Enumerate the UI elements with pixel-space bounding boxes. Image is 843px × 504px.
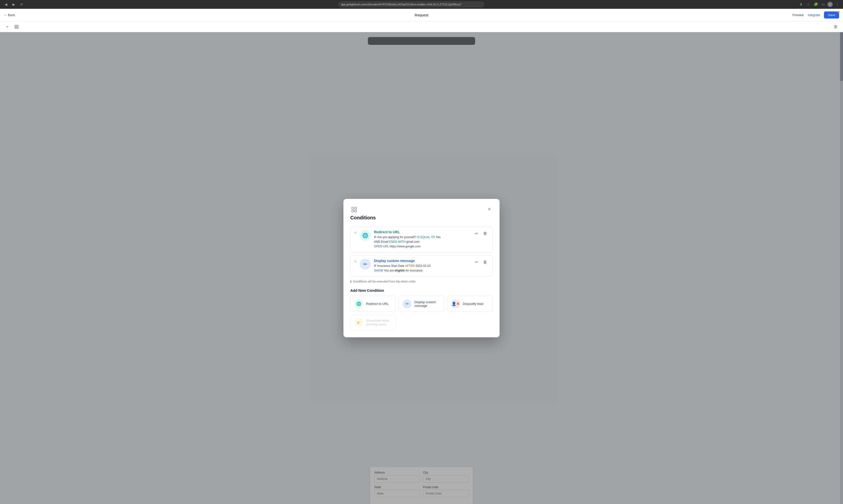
main-content: Address City State Postal code: [0, 32, 843, 504]
redirect-info: Redirect to URL IF Are you applying for …: [374, 230, 469, 249]
display-actions: ✏ 🗑: [473, 259, 488, 266]
redirect-icon-wrap: 🌐: [360, 230, 371, 241]
option-display-label: Display custom message: [414, 300, 440, 308]
display-delete-button[interactable]: 🗑: [482, 259, 488, 266]
settings-button[interactable]: [832, 23, 839, 30]
chrome-download-btn[interactable]: ⬇: [798, 1, 804, 7]
svg-rect-11: [355, 207, 357, 209]
chrome-actions: ⬇ ☆ 🧩 ▭ U ⋮: [798, 1, 840, 7]
integrate-button[interactable]: Integrate: [808, 13, 820, 17]
condition-card-redirect: ≡ 🌐 Redirect to URL IF Are you applying …: [350, 227, 493, 253]
chrome-address-bar: app.gohighlevel.com/v2/location/b7PC03b2…: [338, 1, 484, 7]
option-redirect-icon: 🌐: [355, 300, 363, 308]
chrome-bar: ◀ ▶ ↺ app.gohighlevel.com/v2/location/b7…: [0, 0, 843, 9]
header-actions: Preview Integrate Save: [792, 12, 839, 19]
preview-button[interactable]: Preview: [792, 13, 804, 17]
redirect-delete-button[interactable]: 🗑: [482, 230, 488, 237]
conditions-dialog: Conditions × ≡ 🌐 Redirect to URL IF Are …: [343, 199, 500, 337]
svg-point-9: [835, 28, 836, 28]
svg-rect-12: [352, 210, 354, 212]
redirect-desc: IF Are you applying for yourself? IS EQU…: [374, 235, 469, 249]
svg-rect-3: [17, 27, 18, 28]
app-header: ← Back Request Preview Integrate Save: [0, 9, 843, 21]
chrome-menu-btn[interactable]: ⋮: [834, 1, 840, 7]
save-button[interactable]: Save: [824, 12, 839, 19]
chrome-avatar: U: [827, 2, 833, 7]
redirect-actions: ✏ 🗑: [473, 230, 488, 237]
svg-rect-2: [15, 27, 16, 28]
chrome-reload-btn[interactable]: ↺: [19, 1, 24, 7]
option-disqualify-label: Disqualify lead: [463, 302, 483, 306]
display-icon-wrap: ✏: [360, 259, 371, 270]
option-redirect[interactable]: 🌐 Redirect to URL: [350, 296, 396, 312]
dialog-title: Conditions: [350, 215, 376, 220]
option-redirect-label: Redirect to URL: [366, 302, 389, 306]
svg-rect-0: [15, 25, 16, 26]
svg-point-8: [836, 26, 837, 27]
layout-button[interactable]: [13, 23, 20, 30]
dialog-overlay: Conditions × ≡ 🌐 Redirect to URL IF Are …: [0, 32, 843, 504]
option-disqualify-icon: 👤✕: [451, 300, 460, 308]
toolbar: +: [0, 21, 843, 32]
redirect-edit-button[interactable]: ✏: [473, 230, 480, 237]
option-display[interactable]: ✏ Display custom message: [399, 296, 444, 312]
svg-point-7: [835, 25, 836, 26]
condition-options: 🌐 Redirect to URL ✏ Display custom messa…: [350, 296, 493, 330]
display-name: Display custom message: [374, 259, 469, 263]
option-showhide: ◐ Show/hide fields (coming soon): [350, 314, 396, 330]
svg-rect-13: [355, 210, 357, 212]
page-title: Request: [415, 13, 428, 17]
display-info: Display custom message IF Insurance Star…: [374, 259, 469, 273]
condition-card-display: ≡ ✏ Display custom message IF Insurance …: [350, 255, 493, 276]
option-showhide-label: Show/hide fields (coming soon): [366, 319, 392, 326]
svg-rect-1: [17, 25, 18, 26]
drag-handle-redirect[interactable]: ≡: [355, 231, 356, 234]
redirect-name: Redirect to URL: [374, 230, 469, 234]
option-disqualify[interactable]: 👤✕ Disqualify lead: [447, 296, 493, 312]
chrome-extension-btn[interactable]: 🧩: [813, 1, 819, 7]
chrome-bookmark-btn[interactable]: ☆: [805, 1, 811, 7]
display-edit-button[interactable]: ✏: [473, 259, 480, 266]
dialog-icon: [350, 206, 358, 214]
chrome-window-btn[interactable]: ▭: [820, 1, 826, 7]
display-desc: IF Insurance Start Date AFTER 2023-10-10…: [374, 264, 469, 273]
add-condition-title: Add New Condition: [350, 288, 493, 292]
dialog-header: Conditions ×: [350, 206, 493, 220]
svg-rect-10: [352, 207, 354, 209]
dialog-close-button[interactable]: ×: [486, 206, 493, 213]
option-showhide-icon: ◐: [355, 318, 363, 327]
drag-handle-display[interactable]: ≡: [355, 259, 356, 263]
info-note: ℹ Conditions will be executed from top-d…: [350, 280, 493, 284]
option-display-icon: ✏: [403, 300, 412, 308]
chrome-back-btn[interactable]: ◀: [3, 1, 9, 7]
chrome-forward-btn[interactable]: ▶: [11, 1, 17, 7]
back-button[interactable]: ← Back: [4, 13, 15, 17]
add-element-button[interactable]: +: [4, 23, 11, 30]
